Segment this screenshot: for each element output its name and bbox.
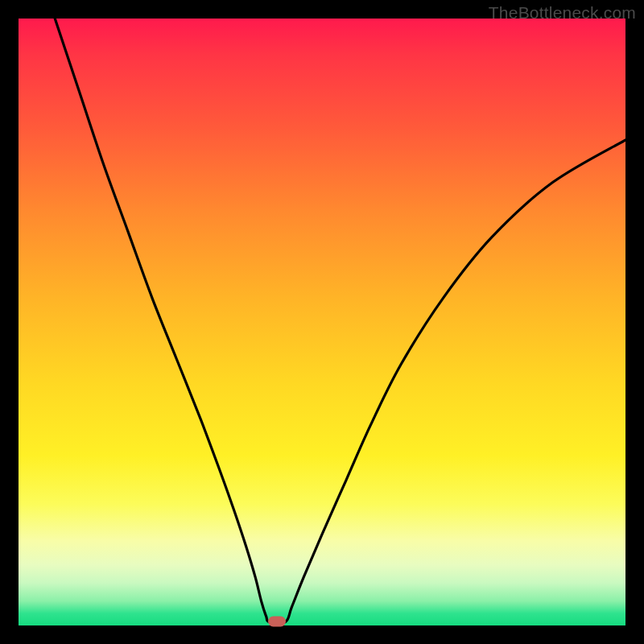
plot-area (19, 19, 625, 625)
chart-frame: TheBottleneck.com (0, 0, 644, 644)
watermark-text: TheBottleneck.com (489, 3, 636, 23)
optimal-point-marker (268, 617, 286, 627)
